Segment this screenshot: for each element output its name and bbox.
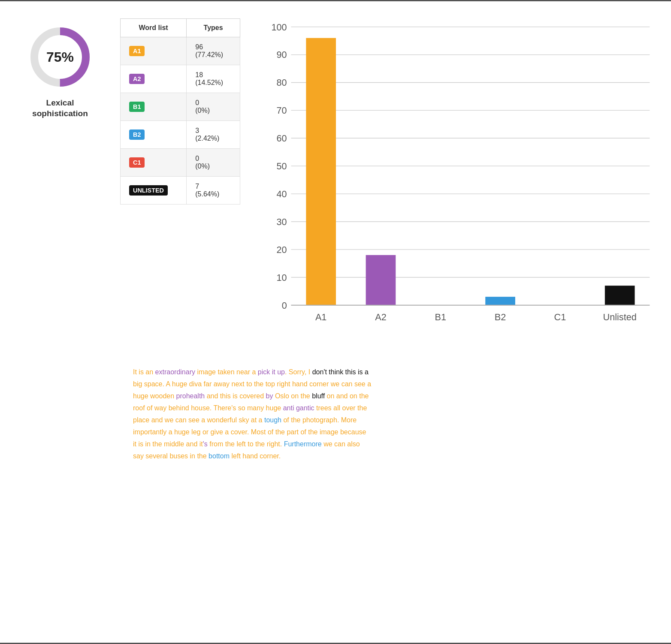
text-span: and this is covered [205,392,266,400]
badge-b2: B2 [129,129,145,140]
text-span: image taken near a [195,368,258,376]
text-span: we can also [322,440,360,448]
bar-chart: 0102030405060708090100A1A2B1B2C1Unlisted [253,18,658,339]
text-span: of the photograph. More [281,416,357,424]
text-span: roof of way behind house. There's so man… [133,404,283,412]
text-span: trees all over the [314,404,367,412]
svg-text:90: 90 [277,49,287,60]
text-span: bluff [312,392,325,400]
badge-b1: B1 [129,102,145,112]
text-span: right hand corner we can see a [275,380,371,388]
svg-text:60: 60 [277,133,287,144]
donut-label: Lexical sophistication [32,98,88,119]
text-span: tough [264,416,281,424]
table-cell-value: 18(14.52%) [187,65,240,93]
table-header-types: Types [187,19,240,37]
svg-text:C1: C1 [554,312,566,322]
svg-text:B1: B1 [435,312,446,322]
text-span: anti gantic [283,404,314,412]
table-cell-badge: UNLISTED [121,177,187,205]
svg-rect-29 [485,297,515,305]
text-span: on and on the [325,392,369,400]
svg-rect-26 [366,255,396,305]
text-section: It is an extraordinary image taken near … [13,362,658,479]
text-span: It is an [133,368,155,376]
text-span: huge wooden [133,392,176,400]
text-span: place and we can see a wonderful sky at … [133,416,264,424]
table-row: UNLISTED 7(5.64%) [121,177,240,205]
text-span: . Sorry, I [285,368,312,376]
text-span: in the [188,452,209,460]
donut-chart: 75% [26,23,94,91]
table-cell-value: 96(77.42%) [187,37,240,65]
text-span: bottom [209,452,230,460]
text-span: a huge leg or give a cover [169,428,247,436]
text-span: prohealth [176,392,205,400]
svg-text:70: 70 [277,105,287,116]
text-span: 's [203,440,208,448]
text-span: Oslo on the [273,392,312,400]
svg-text:10: 10 [277,272,287,283]
svg-text:40: 40 [277,189,287,199]
table-row: B1 0(0%) [121,93,240,121]
badge-a1: A1 [129,46,145,56]
svg-text:0: 0 [282,300,287,311]
table-row: C1 0(0%) [121,149,240,177]
svg-text:100: 100 [272,22,287,33]
svg-text:Unlisted: Unlisted [603,312,637,322]
chart-container: 0102030405060708090100A1A2B1B2C1Unlisted [253,14,658,340]
svg-text:B2: B2 [495,312,506,322]
text-span: left hand corner [230,452,279,460]
svg-text:A2: A2 [375,312,386,322]
table-cell-value: 0(0%) [187,93,240,121]
table-cell-value: 3(2.42%) [187,121,240,149]
text-span: it is in the middle and it [133,440,203,448]
text-span: don't think this is a [312,368,369,376]
svg-text:80: 80 [277,77,287,88]
badge-c1: C1 [129,157,145,168]
table-header-wordlist: Word list [121,19,187,37]
text-span: pick it up [258,368,285,376]
donut-percent: 75% [46,49,74,65]
word-list-table: Word list Types A1 96(77.42%) A2 18(14.5… [120,18,240,205]
table-cell-badge: A1 [121,37,187,65]
text-span: importantly [133,428,169,436]
table-cell-badge: C1 [121,149,187,177]
text-span: by [266,392,273,400]
badge-a2: A2 [129,74,145,84]
table-row: B2 3(2.42%) [121,121,240,149]
text-span: . Most of the part of the image because [247,428,366,436]
text-span: top [266,380,275,388]
svg-rect-24 [306,38,336,305]
top-section: 75% Lexical sophistication Word list Typ… [13,14,658,340]
table-cell-badge: B2 [121,121,187,149]
text-span: big space. A huge [133,380,189,388]
svg-text:30: 30 [277,217,287,227]
table-cell-badge: A2 [121,65,187,93]
svg-text:A1: A1 [315,312,326,322]
svg-text:50: 50 [277,161,287,172]
text-span: far away next to the [202,380,266,388]
table-row: A1 96(77.42%) [121,37,240,65]
text-span: say several [133,452,169,460]
text-span: Furthermore [284,440,322,448]
text-span: extraordinary [155,368,195,376]
text-span: from the left to the right. [208,440,284,448]
svg-rect-32 [605,286,635,305]
table-cell-value: 7(5.64%) [187,177,240,205]
table-cell-badge: B1 [121,93,187,121]
text-span: buses [169,452,188,460]
analysis-text: It is an extraordinary image taken near … [133,366,624,462]
table-cell-value: 0(0%) [187,149,240,177]
donut-container: 75% Lexical sophistication [13,14,107,119]
table-row: A2 18(14.52%) [121,65,240,93]
text-span: diva [189,380,202,388]
badge-unlisted: UNLISTED [129,185,168,196]
text-span: . [279,452,281,460]
svg-text:20: 20 [277,244,287,255]
